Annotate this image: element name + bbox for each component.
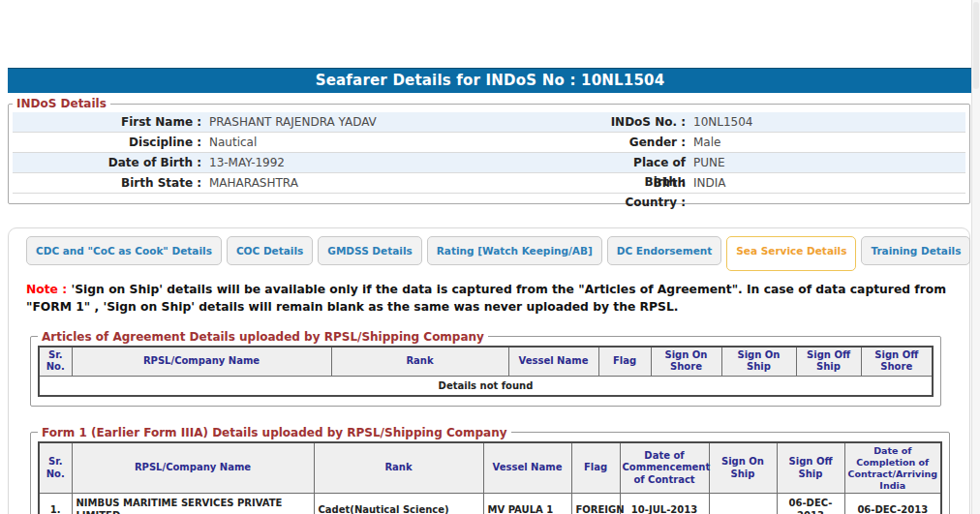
- col-sign-on-ship: Sign On Ship: [721, 347, 796, 377]
- page-title: Seafarer Details for INDoS No : 10NL1504: [8, 68, 972, 93]
- indos-no-label: INDoS No. :: [603, 112, 686, 132]
- col-sign-off-shore: Sign Off Shore: [861, 347, 933, 377]
- tab-coc-details[interactable]: COC Details: [227, 236, 313, 265]
- col-flag: Flag: [598, 347, 651, 377]
- tab-gmdss-details[interactable]: GMDSS Details: [318, 236, 421, 265]
- sign-on-ship-note: Note : 'Sign on Ship' details will be av…: [26, 281, 956, 317]
- articles-header-row: Sr. No. RPSL/Company Name Rank Vessel Na…: [39, 347, 933, 377]
- col-flag: Flag: [571, 442, 620, 494]
- cell-sr-no: 1.: [39, 494, 72, 514]
- gender-value: Male: [686, 133, 965, 152]
- cell-flag: FOREIGN: [571, 494, 620, 514]
- indos-row-birth: Date of Birth : 13-MAY-1992 Place of Bir…: [13, 153, 965, 173]
- cell-date-of-commencement: 10-JUL-2013: [620, 494, 709, 514]
- form1-data-row: 1. NIMBUS MARITIME SERVICES PRIVATE LIMI…: [39, 494, 941, 514]
- tab-rating-watch-keeping-ab[interactable]: Rating [Watch Keeping/AB]: [427, 236, 602, 265]
- col-vessel-name: Vessel Name: [483, 442, 571, 494]
- col-vessel-name: Vessel Name: [508, 347, 598, 377]
- col-rank: Rank: [331, 347, 508, 377]
- details-not-found-message: Details not found: [39, 376, 933, 396]
- tab-bar: CDC and "CoC as Cook" Details COC Detail…: [18, 234, 960, 265]
- col-sr-no: Sr. No.: [39, 442, 72, 494]
- note-text: 'Sign on Ship' details will be available…: [26, 283, 946, 314]
- birth-state-value: MAHARASHTRA: [201, 173, 603, 212]
- col-sign-on-ship: Sign On Ship: [709, 442, 777, 494]
- vertical-scrollbar[interactable]: [971, 0, 980, 514]
- cell-rpsl-company-name: NIMBUS MARITIME SERVICES PRIVATE LIMITED: [72, 494, 314, 514]
- discipline-label: Discipline :: [13, 133, 201, 152]
- col-sign-off-ship: Sign Off Ship: [777, 442, 844, 494]
- indos-row-name: First Name : PRASHANT RAJENDRA YADAV IND…: [13, 112, 965, 133]
- first-name-value: PRASHANT RAJENDRA YADAV: [201, 112, 603, 132]
- form1-section: Form 1 (Earlier Form IIIA) Details uploa…: [30, 426, 950, 514]
- articles-of-agreement-table: Sr. No. RPSL/Company Name Rank Vessel Na…: [38, 346, 934, 397]
- col-sign-off-ship: Sign Off Ship: [796, 347, 861, 377]
- articles-of-agreement-section: Articles of Agreement Details uploaded b…: [30, 330, 941, 407]
- cell-rank: Cadet(Nautical Science): [314, 494, 483, 514]
- birth-state-label: Birth State :: [13, 173, 201, 212]
- tab-dc-endorsement[interactable]: DC Endorsement: [607, 236, 722, 265]
- tab-training-details[interactable]: Training Details: [861, 236, 970, 265]
- articles-empty-row: Details not found: [39, 376, 933, 396]
- cell-sign-off-ship: 06-DEC-2013: [777, 494, 844, 514]
- tab-sea-service-details[interactable]: Sea Service Details: [726, 236, 856, 271]
- cell-date-of-completion: 06-DEC-2013: [844, 494, 941, 514]
- form1-legend: Form 1 (Earlier Form IIIA) Details uploa…: [38, 426, 511, 439]
- tab-cdc-coc-cook-details[interactable]: CDC and "CoC as Cook" Details: [26, 236, 222, 265]
- col-sign-on-shore: Sign On Shore: [651, 347, 721, 377]
- indos-details-legend: INDoS Details: [13, 97, 110, 110]
- discipline-value: Nautical: [201, 133, 603, 152]
- col-rpsl-company-name: RPSL/Company Name: [72, 442, 314, 494]
- col-date-of-commencement: Date of Commencement of Contract: [620, 442, 709, 494]
- indos-details-section: INDoS Details First Name : PRASHANT RAJE…: [8, 97, 970, 204]
- birth-country-value: INDIA: [686, 173, 965, 212]
- col-rank: Rank: [314, 442, 483, 494]
- indos-row-discipline: Discipline : Nautical Gender : Male: [13, 133, 965, 153]
- indos-row-state: Birth State : MAHARASHTRA Birth Country …: [13, 173, 965, 194]
- articles-of-agreement-legend: Articles of Agreement Details uploaded b…: [38, 330, 488, 344]
- col-sr-no: Sr. No.: [39, 347, 72, 377]
- form1-table: Sr. No. RPSL/Company Name Rank Vessel Na…: [38, 441, 942, 514]
- col-rpsl-company-name: RPSL/Company Name: [72, 347, 331, 377]
- note-label: Note :: [26, 283, 67, 296]
- gender-label: Gender :: [603, 133, 686, 152]
- first-name-label: First Name :: [13, 112, 201, 132]
- cell-vessel-name: MV PAULA 1: [483, 494, 571, 514]
- tab-content-panel: CDC and "CoC as Cook" Details COC Detail…: [8, 227, 970, 514]
- col-date-of-completion: Date of Completion of Contract/Arriving …: [844, 442, 941, 494]
- cell-sign-on-ship: [709, 494, 777, 514]
- form1-header-row: Sr. No. RPSL/Company Name Rank Vessel Na…: [39, 442, 941, 494]
- birth-country-label: Birth Country :: [603, 173, 686, 212]
- scrollbar-thumb[interactable]: [973, 2, 979, 89]
- indos-no-value: 10NL1504: [686, 112, 965, 132]
